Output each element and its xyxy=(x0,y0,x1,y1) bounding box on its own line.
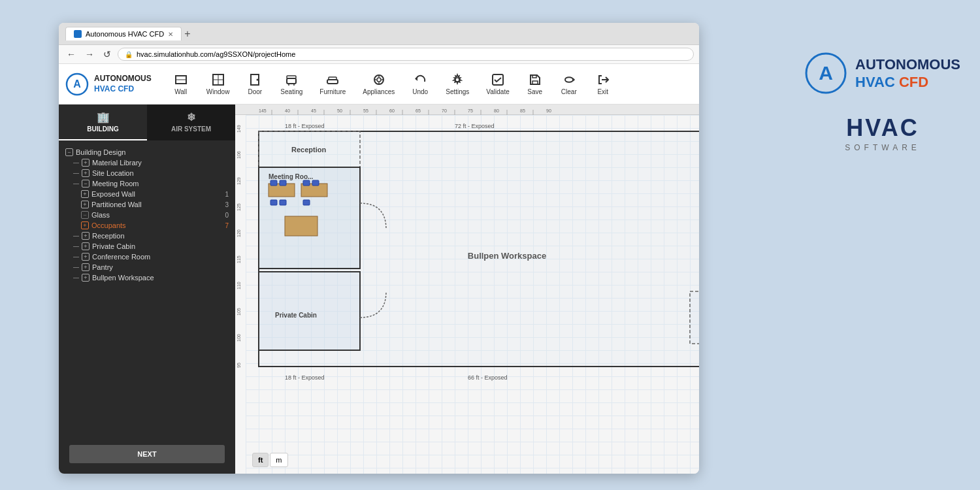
settings-tool-button[interactable]: Settings xyxy=(438,69,477,99)
address-bar[interactable]: 🔒 hvac.simulationhub.com/ag9SSXON/projec… xyxy=(118,48,694,61)
tree-item-meeting-room[interactable]: — − Meeting Room xyxy=(73,178,229,189)
exit-icon xyxy=(596,73,610,86)
svg-text:115: 115 xyxy=(237,255,241,263)
tree-item-partitioned-wall[interactable]: + Partitioned Wall 3 xyxy=(81,199,229,210)
tree-item-exposed-wall[interactable]: + Exposed Wall 1 xyxy=(81,189,229,199)
expand-bullpen-icon: + xyxy=(82,274,90,282)
svg-text:129: 129 xyxy=(237,177,241,185)
canvas-area[interactable]: 145 40 45 50 55 60 65 70 75 80 85 90 xyxy=(235,105,699,474)
svg-text:50: 50 xyxy=(337,108,342,113)
meeting-room-label-text: Meeting Roo... xyxy=(269,173,314,180)
wall-tool-button[interactable]: Wall xyxy=(165,69,197,99)
expand-reception-icon: + xyxy=(82,232,90,240)
tree-item-building-design[interactable]: − Building Design xyxy=(65,147,229,157)
bullpen-dash: — xyxy=(73,274,79,281)
chair-3 xyxy=(303,180,310,186)
units-toggle: ft m xyxy=(252,453,288,467)
chair-5 xyxy=(270,200,277,205)
svg-text:70: 70 xyxy=(442,108,447,113)
meeting-room-label: Meeting Room xyxy=(92,180,139,188)
next-button[interactable]: NEXT xyxy=(69,445,225,463)
m-unit-button[interactable]: m xyxy=(270,453,287,467)
tree-item-conference-room[interactable]: — + Conference Room xyxy=(73,252,229,262)
conference-room-dash: — xyxy=(73,253,79,260)
brand-panel: A AUTONOMOUS HVAC CFD HVAC SOFTWARE xyxy=(805,52,960,152)
expand-site-location-icon: + xyxy=(82,169,90,177)
furniture-tool-button[interactable]: Furniture xyxy=(312,69,353,99)
tree-item-material-library[interactable]: — + Material Library xyxy=(73,157,229,168)
brand-title-line2: HVAC CFD xyxy=(855,74,960,91)
wall-label-left-top: 12 ft xyxy=(246,191,247,203)
clear-tool-button[interactable]: Clear xyxy=(553,69,585,99)
save-tool-button[interactable]: Save xyxy=(519,69,551,99)
occupants-label: Occupants xyxy=(91,221,126,229)
new-tab-button[interactable]: + xyxy=(184,28,190,40)
undo-tool-button[interactable]: Undo xyxy=(404,69,436,99)
svg-text:40: 40 xyxy=(285,108,290,113)
seating-icon xyxy=(285,73,298,86)
browser-tab[interactable]: Autonomous HVAC CFD ✕ xyxy=(65,27,182,41)
svg-text:90: 90 xyxy=(546,108,551,113)
expand-conference-room-icon: + xyxy=(82,253,90,261)
tree-item-private-cabin[interactable]: — + Private Cabin xyxy=(73,241,229,252)
svg-rect-25 xyxy=(532,75,536,78)
lock-icon: 🔒 xyxy=(125,51,133,58)
expand-material-library-icon: + xyxy=(82,159,90,167)
tree-item-reception[interactable]: — + Reception xyxy=(73,231,229,241)
refresh-button[interactable]: ↺ xyxy=(101,48,114,61)
glass-count: 0 xyxy=(225,212,229,219)
exposed-wall-label: Exposed Wall xyxy=(91,190,135,198)
tree-item-glass[interactable]: − Glass 0 xyxy=(81,210,229,220)
tab-favicon xyxy=(74,30,82,38)
svg-text:100: 100 xyxy=(237,334,241,342)
browser-chrome: Autonomous HVAC CFD ✕ + xyxy=(59,23,699,45)
svg-text:60: 60 xyxy=(389,108,395,113)
save-icon xyxy=(529,73,542,86)
svg-text:55: 55 xyxy=(363,108,368,113)
tree-item-bullpen-workspace[interactable]: — + Bullpen Workspace xyxy=(73,272,229,283)
tree-item-pantry[interactable]: — + Pantry xyxy=(73,262,229,272)
ft-unit-button[interactable]: ft xyxy=(252,453,269,467)
collapse-building-design-icon: − xyxy=(65,148,73,156)
exposed-wall-count: 1 xyxy=(225,191,229,198)
reception-dash: — xyxy=(73,233,79,239)
chair-7 xyxy=(303,200,310,205)
sidebar-tab-air-system[interactable]: ❄ AIR SYSTEM xyxy=(147,105,235,140)
tree-item-occupants[interactable]: + Occupants 7 xyxy=(81,220,229,231)
glass-label: Glass xyxy=(91,211,110,219)
canvas-container[interactable]: Reception Meeting Roo... xyxy=(246,115,699,474)
tab-bar: Autonomous HVAC CFD ✕ + xyxy=(65,27,191,41)
logo-text: AUTONOMOUS HVAC CFD xyxy=(94,74,152,94)
pantry-dash: — xyxy=(73,264,79,270)
svg-text:105: 105 xyxy=(237,308,241,316)
forward-button[interactable]: → xyxy=(82,48,97,61)
window-tool-button[interactable]: Window xyxy=(199,69,238,99)
back-button[interactable]: ← xyxy=(64,48,78,61)
chair-2 xyxy=(280,180,286,186)
seating-tool-button[interactable]: Seating xyxy=(272,69,310,99)
undo-icon xyxy=(414,73,427,86)
brand-title-text: AUTONOMOUS HVAC CFD xyxy=(855,56,960,91)
svg-text:65: 65 xyxy=(416,108,421,113)
building-icon: 🏢 xyxy=(97,111,110,123)
exit-tool-button[interactable]: Exit xyxy=(587,69,619,99)
sidebar-tab-building[interactable]: 🏢 BUILDING xyxy=(59,105,147,140)
ruler-h-svg: 145 40 45 50 55 60 65 70 75 80 85 90 xyxy=(246,105,699,115)
air-system-icon: ❄ xyxy=(187,111,195,123)
svg-text:110: 110 xyxy=(237,282,241,289)
appliances-tool-button[interactable]: Appliances xyxy=(355,69,402,99)
brand-bottom-area: HVAC SOFTWARE xyxy=(845,114,921,152)
svg-text:85: 85 xyxy=(520,108,525,113)
svg-rect-9 xyxy=(287,78,296,84)
tool-buttons: Wall Window Door xyxy=(165,69,693,99)
door-tool-button[interactable]: Door xyxy=(238,69,271,99)
validate-tool-button[interactable]: Validate xyxy=(478,69,517,99)
browser-window: Autonomous HVAC CFD ✕ + ← → ↺ 🔒 hvac.sim… xyxy=(59,23,699,474)
bullpen-label: Bullpen Workspace xyxy=(92,274,154,282)
reception-label-text: Reception xyxy=(291,146,326,154)
tree-item-site-location[interactable]: — + Site Location xyxy=(73,168,229,178)
tab-close-button[interactable]: ✕ xyxy=(168,31,173,38)
svg-text:145: 145 xyxy=(259,108,267,113)
private-cabin-label: Private Cabin xyxy=(92,242,135,250)
chair-6 xyxy=(280,200,286,205)
